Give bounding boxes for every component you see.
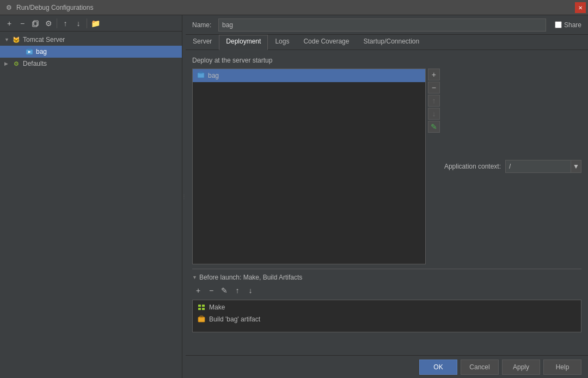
app-context-label: Application context: — [444, 163, 501, 170]
tree-group-tomcat[interactable]: ▼ 🐱 Tomcat Server — [0, 34, 182, 46]
config-tabs: Server Deployment Logs Code Coverage Sta… — [186, 35, 588, 50]
left-panel: + − ⚙ ↑ ↓ 📁 ▼ 🐱 Tomcat Server — [0, 15, 182, 378]
svg-text:▶: ▶ — [28, 50, 31, 53]
svg-rect-12 — [200, 316, 203, 318]
share-label: Share — [564, 21, 581, 29]
left-toolbar: + − ⚙ ↑ ↓ 📁 — [0, 15, 182, 32]
svg-rect-9 — [198, 308, 201, 310]
deploy-list-controls: + − ↑ ↓ ✎ — [428, 69, 440, 264]
app-context-input[interactable] — [505, 160, 571, 173]
bl-edit-button[interactable]: ✎ — [218, 284, 230, 296]
move-down-button[interactable]: ↓ — [72, 17, 84, 29]
svg-rect-8 — [202, 305, 205, 307]
ok-button[interactable]: OK — [419, 360, 457, 375]
copy-config-button[interactable] — [29, 17, 41, 29]
defaults-icon: ⚙ — [12, 59, 21, 68]
right-panel: Name: Share Server Deployment Logs Code … — [186, 15, 588, 378]
bottom-bar: OK Cancel Apply Help — [186, 355, 588, 378]
app-context-combo: ▼ — [505, 160, 581, 173]
folder-button[interactable]: 📁 — [89, 17, 101, 29]
before-launch-list: Make Build 'bag' artifact — [192, 300, 581, 332]
share-checkbox-input[interactable] — [555, 21, 562, 28]
settings-config-button[interactable]: ⚙ — [42, 17, 54, 29]
tomcat-server-icon: 🐱 — [12, 35, 21, 44]
deploy-item-label: bag — [208, 72, 219, 79]
tab-content: Deploy at the server startup bag — [186, 50, 588, 355]
config-tree: ▼ 🐱 Tomcat Server ▶ bag ▶ ⚙ — [0, 32, 182, 378]
before-launch-label: Before launch: Make, Build Artifacts — [199, 274, 302, 281]
bag-label: bag — [36, 48, 47, 55]
remove-config-button[interactable]: − — [16, 17, 28, 29]
deploy-item-icon — [197, 71, 205, 80]
window-controls: ✕ — [575, 2, 586, 13]
app-context-row: Application context: ▼ — [444, 69, 581, 264]
svg-rect-6 — [199, 72, 203, 73]
bag-icon: ▶ — [25, 47, 34, 56]
bl-add-button[interactable]: + — [192, 284, 204, 296]
bl-item-make[interactable]: Make — [194, 301, 580, 313]
bl-down-button[interactable]: ↓ — [244, 284, 256, 296]
share-checkbox[interactable]: Share — [555, 21, 581, 29]
before-launch-section: ▼ Before launch: Make, Build Artifacts +… — [192, 269, 581, 332]
tree-item-bag[interactable]: ▶ bag — [0, 46, 182, 58]
tab-logs[interactable]: Logs — [268, 35, 296, 50]
tomcat-arrow: ▼ — [4, 37, 12, 42]
artifact-icon — [197, 315, 206, 324]
toolbar-separator2 — [87, 18, 87, 28]
main-container: + − ⚙ ↑ ↓ 📁 ▼ 🐱 Tomcat Server — [0, 15, 588, 378]
defaults-label: Defaults — [23, 60, 47, 67]
deploy-list[interactable]: bag — [192, 69, 426, 264]
bl-remove-button[interactable]: − — [205, 284, 217, 296]
bl-item-build-artifact[interactable]: Build 'bag' artifact — [194, 313, 580, 325]
tab-deployment[interactable]: Deployment — [219, 35, 268, 50]
help-button[interactable]: Help — [543, 360, 581, 375]
deploy-list-container: bag + − ↑ ↓ ✎ Application context: ▼ — [192, 69, 581, 264]
app-icon: ⚙ — [4, 3, 13, 12]
tab-server[interactable]: Server — [186, 35, 219, 50]
defaults-arrow: ▶ — [4, 61, 12, 66]
apply-button[interactable]: Apply — [502, 360, 540, 375]
name-label: Name: — [192, 21, 214, 29]
tomcat-server-label: Tomcat Server — [23, 36, 65, 44]
title-bar: ⚙ Run/Debug Configurations ✕ — [0, 0, 588, 15]
deploy-section-label: Deploy at the server startup — [192, 57, 581, 64]
add-artifact-button[interactable]: + — [428, 69, 440, 80]
add-config-button[interactable]: + — [3, 17, 15, 29]
close-button[interactable]: ✕ — [575, 2, 586, 13]
bl-item-artifact-label: Build 'bag' artifact — [209, 315, 260, 323]
make-icon — [197, 303, 206, 312]
before-launch-toolbar: + − ✎ ↑ ↓ — [192, 284, 581, 296]
edit-artifact-button[interactable]: ✎ — [428, 121, 440, 133]
bl-item-make-label: Make — [209, 303, 225, 311]
before-launch-header: ▼ Before launch: Make, Build Artifacts — [192, 274, 581, 281]
deploy-item-bag[interactable]: bag — [193, 69, 425, 82]
tree-item-defaults[interactable]: ▶ ⚙ Defaults — [0, 58, 182, 70]
move-artifact-up-button[interactable]: ↑ — [428, 95, 440, 107]
before-launch-arrow[interactable]: ▼ — [192, 275, 197, 280]
dialog-title: Run/Debug Configurations — [16, 4, 584, 11]
tab-coverage[interactable]: Code Coverage — [296, 35, 356, 50]
svg-rect-0 — [33, 22, 37, 27]
move-artifact-down-button[interactable]: ↓ — [428, 108, 440, 120]
svg-rect-1 — [34, 21, 38, 26]
toolbar-separator — [57, 18, 57, 28]
name-row: Name: Share — [186, 15, 588, 35]
move-up-button[interactable]: ↑ — [59, 17, 71, 29]
svg-rect-10 — [202, 308, 205, 310]
app-context-dropdown-btn[interactable]: ▼ — [571, 160, 581, 173]
bl-up-button[interactable]: ↑ — [231, 284, 243, 296]
name-input[interactable] — [218, 18, 546, 32]
cancel-button[interactable]: Cancel — [461, 360, 499, 375]
tab-startup[interactable]: Startup/Connection — [356, 35, 426, 50]
svg-rect-7 — [198, 305, 201, 307]
remove-artifact-button[interactable]: − — [428, 82, 440, 94]
